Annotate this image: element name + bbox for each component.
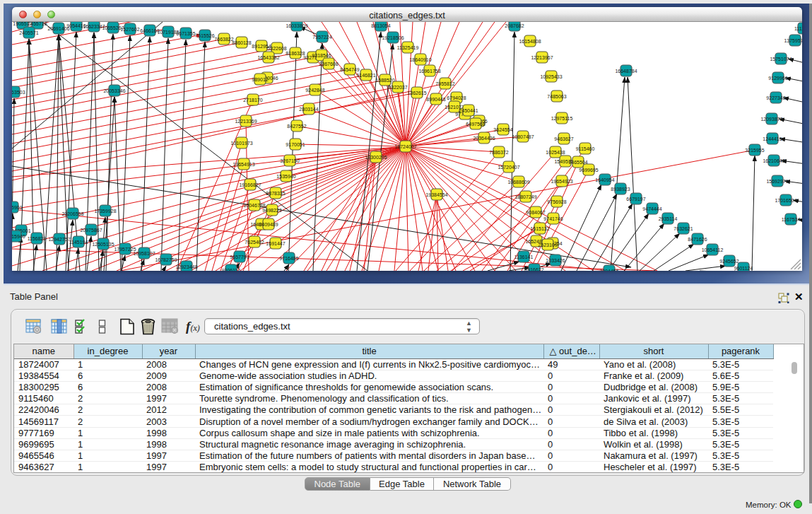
svg-text:20975867: 20975867 [80, 228, 102, 233]
svg-text:2450441: 2450441 [459, 108, 478, 113]
svg-text:8454749: 8454749 [340, 67, 359, 72]
svg-text:2523109: 2523109 [538, 243, 557, 247]
svg-text:7625402: 7625402 [245, 240, 264, 245]
svg-text:15720407: 15720407 [498, 165, 519, 170]
svg-text:18640910: 18640910 [409, 57, 431, 62]
svg-text:20364436: 20364436 [473, 136, 495, 141]
svg-text:2935114: 2935114 [659, 216, 678, 221]
svg-text:12942757: 12942757 [48, 237, 70, 242]
svg-text:1136141: 1136141 [514, 255, 534, 259]
svg-text:7663822: 7663822 [214, 37, 233, 42]
svg-text:8916672: 8916672 [524, 267, 543, 271]
svg-text:7515526: 7515526 [195, 33, 214, 38]
svg-text:9474444: 9474444 [642, 206, 661, 211]
svg-text:2405571: 2405571 [19, 30, 38, 35]
svg-text:16782759: 16782759 [155, 257, 177, 262]
svg-text:6497568: 6497568 [466, 122, 485, 127]
svg-text:2803144: 2803144 [299, 107, 318, 112]
svg-text:7485063: 7485063 [547, 94, 566, 99]
svg-text:7955812: 7955812 [435, 81, 454, 86]
svg-text:19218506: 19218506 [382, 35, 404, 40]
svg-text:9699695: 9699695 [579, 168, 598, 173]
svg-text:18807249: 18807249 [514, 194, 536, 199]
svg-text:8813054: 8813054 [371, 23, 390, 28]
svg-text:16154808: 16154808 [519, 39, 541, 44]
svg-text:6794028: 6794028 [447, 95, 466, 100]
svg-text:3267150: 3267150 [280, 158, 299, 163]
svg-text:11325419: 11325419 [397, 45, 419, 50]
svg-text:8990448: 8990448 [426, 97, 445, 102]
svg-text:7204455: 7204455 [599, 269, 618, 271]
svg-text:9245652: 9245652 [719, 259, 739, 264]
svg-text:9318546: 9318546 [312, 53, 331, 58]
svg-text:1527602: 1527602 [120, 27, 139, 32]
svg-text:1691447: 1691447 [266, 241, 285, 246]
svg-text:12505135: 12505135 [92, 242, 114, 247]
svg-text:16648784: 16648784 [615, 69, 637, 74]
svg-text:17359928: 17359928 [94, 209, 116, 214]
svg-text:19384554: 19384554 [425, 192, 447, 197]
svg-text:20163503: 20163503 [12, 90, 25, 95]
svg-text:1033426: 1033426 [546, 258, 565, 263]
svg-text:10958107: 10958107 [133, 251, 155, 256]
svg-text:7632621: 7632621 [673, 226, 693, 231]
svg-text:3215955: 3215955 [745, 148, 764, 153]
svg-text:18724007: 18724007 [394, 144, 416, 149]
svg-text:10688609: 10688609 [507, 180, 529, 185]
svg-text:9146821: 9146821 [356, 73, 375, 78]
svg-text:1145194: 1145194 [69, 240, 88, 245]
svg-text:9463627: 9463627 [554, 136, 573, 141]
svg-text:8938923: 8938923 [611, 187, 630, 192]
svg-text:10101973: 10101973 [230, 141, 252, 146]
svg-text:12213369: 12213369 [235, 119, 257, 124]
svg-text:9306114: 9306114 [222, 268, 241, 271]
svg-text:2367608: 2367608 [319, 62, 338, 66]
svg-text:9601124: 9601124 [734, 266, 753, 271]
svg-text:9716485: 9716485 [279, 256, 298, 261]
svg-text:16961758: 16961758 [418, 69, 440, 74]
svg-text:1640954: 1640954 [595, 177, 614, 182]
svg-text:16210643: 16210643 [763, 158, 784, 163]
svg-text:8471626: 8471626 [688, 237, 707, 242]
svg-text:19166827: 19166827 [239, 182, 261, 187]
svg-text:12093873: 12093873 [760, 117, 782, 122]
svg-text:9756928: 9756928 [547, 199, 566, 204]
svg-text:1362615: 1362615 [407, 90, 426, 95]
svg-text:10925433: 10925433 [540, 74, 562, 79]
svg-text:9084067: 9084067 [526, 210, 545, 215]
svg-text:9129966: 9129966 [768, 76, 787, 81]
svg-text:1535940: 1535940 [276, 174, 295, 179]
svg-text:3915940: 3915940 [12, 234, 25, 239]
svg-text:7886372: 7886372 [489, 150, 508, 155]
svg-text:1167534: 1167534 [782, 217, 801, 222]
svg-text:5322608: 5322608 [267, 46, 286, 51]
svg-text:12975115: 12975115 [551, 116, 573, 121]
svg-text:2455718: 2455718 [28, 22, 47, 26]
svg-text:19654913: 19654913 [233, 162, 254, 167]
svg-text:2718170: 2718170 [243, 98, 262, 103]
svg-text:10654112: 10654112 [702, 247, 724, 252]
svg-text:8409489: 8409489 [259, 222, 278, 227]
svg-text:8427552: 8427552 [287, 124, 306, 129]
svg-text:1025438: 1025438 [546, 150, 565, 155]
svg-text:8860128: 8860128 [232, 40, 251, 45]
svg-text:10807487: 10807487 [512, 134, 534, 139]
svg-text:18300295: 18300295 [365, 155, 387, 160]
svg-text:15692971: 15692971 [766, 179, 788, 184]
svg-text:1244415: 1244415 [763, 136, 782, 141]
svg-text:1588520: 1588520 [375, 78, 394, 83]
svg-text:8878335: 8878335 [266, 191, 285, 196]
svg-text:9465504: 9465504 [568, 160, 587, 165]
svg-text:10046788: 10046788 [243, 203, 265, 208]
svg-text:9657791: 9657791 [230, 255, 249, 259]
svg-text:8322037: 8322037 [388, 85, 407, 90]
svg-text:6679197: 6679197 [626, 197, 645, 201]
svg-text:17016504: 17016504 [775, 198, 796, 203]
svg-text:989012: 989012 [252, 77, 268, 82]
svg-text:9227342: 9227342 [766, 95, 785, 100]
svg-text:12923448: 12923448 [175, 264, 197, 269]
svg-text:3915901: 3915901 [12, 205, 23, 210]
svg-text:9115460: 9115460 [576, 146, 595, 151]
svg-text:9242848: 9242848 [305, 88, 324, 93]
svg-text:20053346: 20053346 [103, 88, 125, 93]
